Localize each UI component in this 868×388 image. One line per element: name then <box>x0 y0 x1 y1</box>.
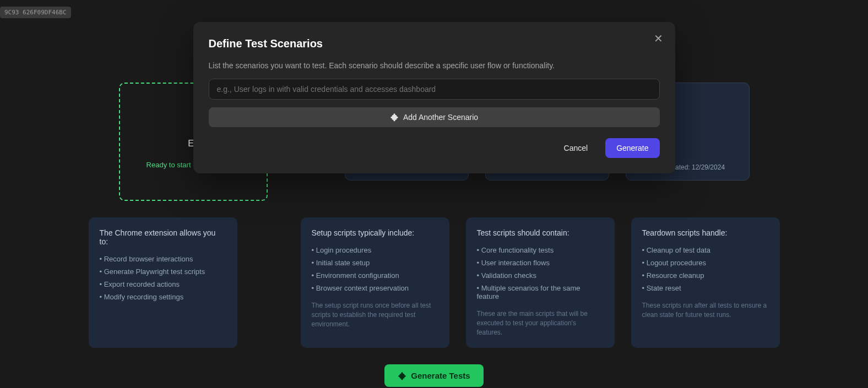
cancel-button[interactable]: Cancel <box>553 138 599 158</box>
modal-description: List the scenarios you want to test. Eac… <box>209 61 660 70</box>
scenario-input[interactable] <box>209 79 660 100</box>
close-icon: ✕ <box>654 32 663 45</box>
modal-actions: Cancel Generate <box>209 138 660 158</box>
add-scenario-button[interactable]: Add Another Scenario <box>209 107 660 127</box>
close-button[interactable]: ✕ <box>652 32 665 45</box>
generate-button[interactable]: Generate <box>605 138 659 158</box>
add-scenario-label: Add Another Scenario <box>403 113 478 122</box>
puzzle-icon <box>390 113 399 122</box>
modal-title: Define Test Scenarios <box>209 37 660 50</box>
define-scenarios-modal: ✕ Define Test Scenarios List the scenari… <box>193 22 675 173</box>
modal-overlay: ✕ Define Test Scenarios List the scenari… <box>0 0 868 388</box>
